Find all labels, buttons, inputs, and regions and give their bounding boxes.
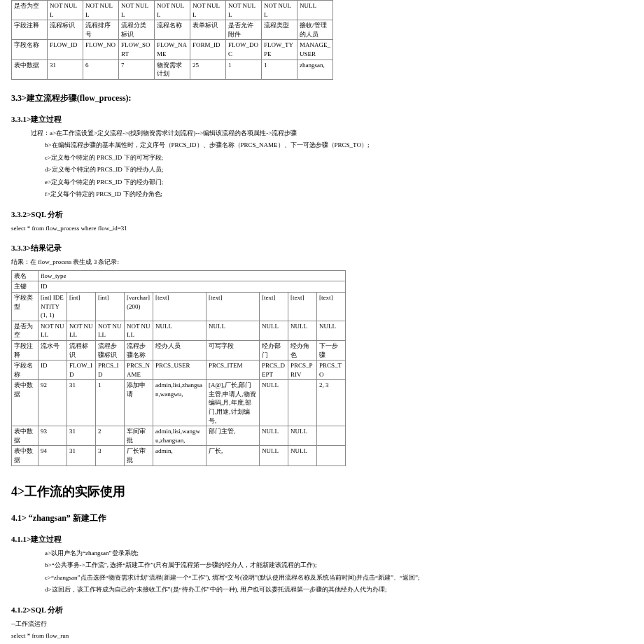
heading-4-1-2: 4.1.2>SQL 分析 — [11, 605, 633, 615]
sql-text: select * from flow_process where flow_id… — [11, 224, 633, 234]
process-text: 过程：a>在工作流设置>定义流程->(找到物资需求计划流程)-->编辑该流程的各… — [11, 129, 633, 139]
heading-4-1-1: 4.1.1>建立过程 — [11, 534, 633, 545]
heading-4: 4>工作流的实际使用 — [11, 483, 633, 500]
heading-3-3-2: 3.3.2>SQL 分析 — [11, 209, 633, 220]
heading-4-1: 4.1> “zhangsan” 新建工作 — [11, 512, 633, 524]
table-flow-top: 是否为空NOT NULLNOT NULLNOT NULLNOT NULLNOT … — [11, 0, 333, 80]
heading-3-3-1: 3.3.1>建立过程 — [11, 114, 633, 125]
heading-3-3: 3.3>建立流程步骤(flow_process): — [11, 92, 633, 104]
table-flow-process: 表名flow_type 主键ID 字段类型[int] IDENTITY (1, … — [11, 270, 346, 466]
heading-3-3-3: 3.3.3>结果记录 — [11, 243, 633, 253]
